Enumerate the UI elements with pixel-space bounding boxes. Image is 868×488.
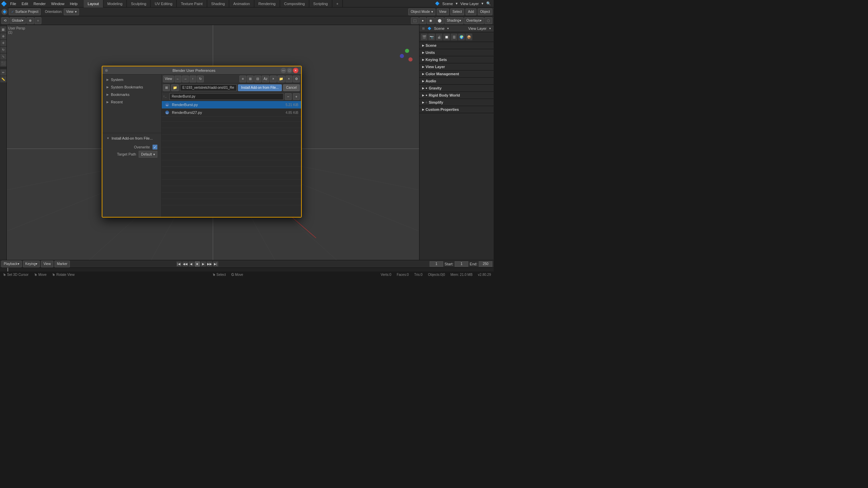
tab-rendering[interactable]: Rendering [254,0,280,7]
jump-to-start-btn[interactable]: |◀ [176,261,182,267]
add-btn[interactable]: + [293,93,300,100]
dialog-maximize-btn[interactable]: □ [287,68,292,73]
toolbar-refresh-btn[interactable]: ↻ [197,76,204,82]
keying-dropdown[interactable]: Keying▾ [23,261,40,267]
gravity-enable-icon[interactable]: ● [426,86,427,90]
subtract-btn[interactable]: − [285,93,292,100]
annotate-btn[interactable]: ✏ [0,69,6,76]
tab-shading[interactable]: Shading [207,0,229,7]
file-item-renderburst27[interactable]: py RenderBurst27.py 4.85 KiB [162,109,301,117]
viewport-shading-solid[interactable]: ● [419,17,426,24]
current-frame-input[interactable] [430,261,443,267]
tab-scripting[interactable]: Scripting [309,0,332,7]
end-frame-input[interactable] [479,261,492,267]
toolbar-details-view[interactable]: ⊟ [254,76,261,82]
menu-window[interactable]: Window [48,0,67,7]
toolbar-grid-view[interactable]: ⊞ [247,76,254,82]
viewport-shading-wire[interactable]: ⬚ [411,17,419,24]
add-menu-btn[interactable]: Add [466,8,476,15]
select-box-btn[interactable]: ▦ [0,26,6,33]
tab-animation[interactable]: Animation [229,0,254,7]
toolbar-new-folder[interactable]: 📁 [277,76,285,82]
scale-btn[interactable]: ⤡ [0,54,6,60]
overlays-btn[interactable]: Shading▾ [445,17,463,24]
tab-add[interactable]: + [332,0,343,7]
sidebar-item-bookmarks[interactable]: ▶ Bookmarks [102,91,161,98]
select-menu-btn[interactable]: Select [450,8,465,15]
toolbar-delete-btn[interactable]: × [285,76,292,82]
sidebar-item-install[interactable]: ▼ Install Add-on from File... [102,135,161,142]
orientation-dropdown[interactable]: View▾ [64,8,79,15]
surface-project-checkbox[interactable]: ✓ Surface Project [9,8,41,15]
object-icon-btn[interactable]: 📦 [466,34,472,40]
menu-help[interactable]: Help [67,0,80,7]
play-btn[interactable]: ▶ [201,261,206,267]
snap-toggle[interactable]: ⊕ [26,17,34,24]
toolbar-view-btn[interactable]: View [163,76,174,82]
section-simplify-header[interactable]: ▶ ○ Simplify [419,99,494,106]
proportional-edit[interactable]: ○ [35,17,41,24]
view-layer-dropdown[interactable]: ▾ [481,1,484,6]
scene-data-icon-btn[interactable]: ☰ [451,34,457,40]
menu-render[interactable]: Render [31,0,48,7]
section-units-header[interactable]: ▶ Units [419,49,494,56]
toolbar-up-btn[interactable]: ↑ [190,76,196,82]
view-layer-dropdown-arrow[interactable]: ▾ [489,27,491,30]
world-icon-btn[interactable]: 🌍 [458,34,465,40]
view-menu-btn[interactable]: View [437,8,449,15]
install-btn[interactable]: Install Add-on from File... [238,84,282,91]
toolbar-back-btn[interactable]: ← [175,76,181,82]
viewport-shading-render[interactable]: ⬤ [435,17,444,24]
scene-dropdown-arrow[interactable]: ▾ [447,27,449,30]
main-viewport[interactable]: User Persp (1) Blender User Preferences … [7,25,419,260]
toolbar-list-view[interactable]: ≡ [239,76,246,82]
toolbar-settings-btn[interactable]: ⚙ [293,76,300,82]
tab-texture-paint[interactable]: Texture Paint [177,0,207,7]
filename-input[interactable] [170,93,283,100]
file-item-renderburst[interactable]: py RenderBurst.py 5.21 KiB [162,101,301,109]
path-input[interactable] [180,84,237,91]
cursor-btn[interactable]: ⊕ [0,33,6,39]
section-rigid-body-world-header[interactable]: ▶ ● Rigid Body World [419,92,494,99]
mode-dropdown[interactable]: Object Mode▾ [408,8,435,15]
move-btn[interactable]: ✛ [0,40,6,46]
jump-to-end-btn[interactable]: ▶| [213,261,218,267]
toolbar-forward-btn[interactable]: → [182,76,189,82]
section-keying-sets-header[interactable]: ▶ Keying Sets [419,56,494,63]
overwrite-checkbox[interactable] [153,145,157,149]
transform-toggle[interactable]: ⟲ [1,17,9,24]
playback-dropdown[interactable]: Playback▾ [1,261,22,267]
step-back-btn[interactable]: ◀◀ [182,261,188,267]
toolbar-filter-btn[interactable]: × [270,76,277,82]
sidebar-item-system[interactable]: ▶ System [102,76,161,83]
dialog-close-btn[interactable]: ✕ [293,68,298,73]
start-frame-input[interactable] [455,261,468,267]
filter-icon[interactable]: ⊞ [163,84,170,91]
view-layer-icon-btn[interactable]: 🔲 [443,34,450,40]
section-audio-header[interactable]: ▶ Audio [419,78,494,84]
output-icon-btn[interactable]: 🖨 [436,34,442,40]
tab-modeling[interactable]: Modeling [103,0,127,7]
search-btn[interactable]: 🔍 [486,1,491,6]
section-view-layer-header[interactable]: ▶ View Layer [419,63,494,70]
step-forward-btn[interactable]: ▶▶ [207,261,212,267]
viewport-shading-mat[interactable]: ◉ [427,17,435,24]
section-scene-header[interactable]: ▶ Scene [419,42,494,49]
timeline-view-btn[interactable]: View [41,261,53,267]
timeline-marker-btn[interactable]: Marker [55,261,70,267]
render-icon-btn[interactable]: 📷 [428,34,435,40]
menu-file[interactable]: File [7,0,19,7]
section-custom-properties-header[interactable]: ▶ Custom Properties [419,106,494,113]
section-gravity-header[interactable]: ▶ ● Gravity [419,85,494,92]
cancel-btn[interactable]: Cancel [283,84,300,91]
sidebar-item-recent[interactable]: ▶ Recent [102,98,161,106]
scene-icon-btn[interactable]: 🎬 [421,34,428,40]
rotate-btn[interactable]: ↻ [0,47,6,53]
parent-dir-btn[interactable]: ↑.. [163,95,167,98]
section-color-management-header[interactable]: ▶ Color Management [419,70,494,77]
tab-uv-editing[interactable]: UV Editing [151,0,177,7]
rigid-body-enable-icon[interactable]: ● [426,94,427,97]
tab-compositing[interactable]: Compositing [280,0,309,7]
xray-toggle[interactable]: ◌ [485,17,492,24]
menu-edit[interactable]: Edit [19,0,31,7]
